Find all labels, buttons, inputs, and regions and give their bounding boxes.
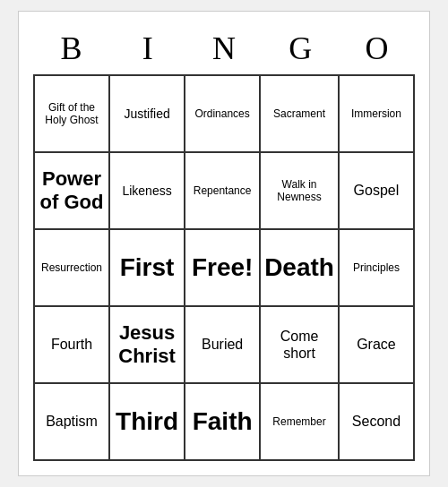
cell-0-2: Ordinances — [185, 76, 261, 153]
cell-text: Immersion — [351, 107, 401, 120]
cell-text: First — [120, 252, 175, 283]
cell-text: Walk in Newness — [264, 178, 334, 204]
cell-text: Third — [116, 406, 178, 437]
cell-2-0: Resurrection — [35, 230, 110, 307]
cell-text: Power of God — [39, 167, 105, 215]
cell-4-3: Remember — [261, 384, 340, 461]
bingo-grid: Gift of the Holy GhostJustifiedOrdinance… — [33, 74, 415, 461]
cell-text: Principles — [353, 261, 400, 274]
cell-2-3: Death — [261, 230, 340, 307]
cell-text: Jesus Christ — [114, 321, 180, 369]
cell-2-1: First — [110, 230, 185, 307]
bingo-header: BINGO — [33, 26, 415, 71]
cell-text: Fourth — [51, 336, 92, 353]
cell-2-2: Free! — [185, 230, 261, 307]
cell-4-0: Baptism — [35, 384, 110, 461]
cell-1-4: Gospel — [340, 153, 415, 230]
cell-1-2: Repentance — [185, 153, 261, 230]
cell-text: Death — [264, 252, 334, 283]
cell-text: Grace — [357, 336, 396, 353]
cell-4-1: Third — [110, 384, 185, 461]
header-letter: B — [33, 26, 109, 71]
cell-0-4: Immersion — [340, 76, 415, 153]
cell-2-4: Principles — [340, 230, 415, 307]
cell-text: Remember — [272, 415, 325, 428]
cell-text: Gift of the Holy Ghost — [39, 101, 105, 127]
cell-text: Gospel — [354, 182, 400, 199]
cell-1-1: Likeness — [110, 153, 185, 230]
cell-text: Free! — [192, 252, 253, 283]
cell-text: Baptism — [46, 413, 98, 430]
cell-text: Second — [352, 413, 401, 430]
cell-text: Buried — [202, 336, 243, 353]
header-letter: G — [263, 26, 339, 71]
cell-4-2: Faith — [185, 384, 261, 461]
cell-3-3: Come short — [261, 307, 340, 384]
cell-3-1: Jesus Christ — [110, 307, 185, 384]
cell-text: Repentance — [194, 184, 252, 197]
cell-0-1: Justified — [110, 76, 185, 153]
cell-4-4: Second — [340, 384, 415, 461]
bingo-card: BINGO Gift of the Holy GhostJustifiedOrd… — [18, 11, 430, 476]
cell-3-4: Grace — [340, 307, 415, 384]
header-letter: O — [339, 26, 415, 71]
cell-text: Ordinances — [194, 107, 249, 120]
cell-3-0: Fourth — [35, 307, 110, 384]
cell-0-3: Sacrament — [261, 76, 340, 153]
cell-3-2: Buried — [185, 307, 261, 384]
cell-text: Resurrection — [41, 261, 102, 274]
header-letter: N — [185, 26, 262, 71]
cell-1-3: Walk in Newness — [261, 153, 340, 230]
cell-1-0: Power of God — [35, 153, 110, 230]
cell-text: Justified — [124, 107, 169, 122]
cell-text: Faith — [193, 406, 253, 437]
cell-text: Sacrament — [273, 107, 325, 120]
cell-text: Come short — [264, 328, 334, 362]
header-letter: I — [109, 26, 185, 71]
cell-0-0: Gift of the Holy Ghost — [35, 76, 110, 153]
cell-text: Likeness — [122, 184, 171, 199]
